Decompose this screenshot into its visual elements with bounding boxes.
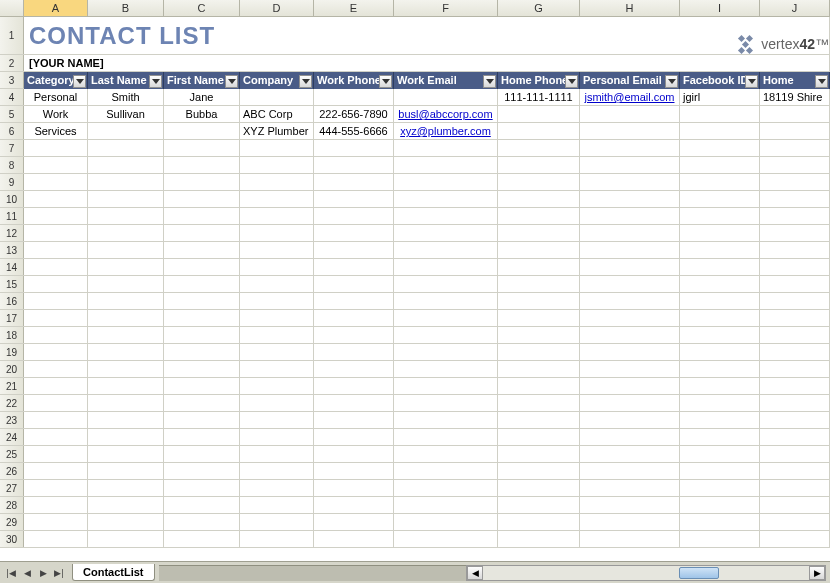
cell[interactable]: [88, 344, 164, 361]
cell[interactable]: [680, 293, 760, 310]
cell[interactable]: [240, 293, 314, 310]
cell[interactable]: [164, 276, 240, 293]
row-header-21[interactable]: 21: [0, 378, 24, 394]
cell[interactable]: [498, 429, 580, 446]
cell[interactable]: [680, 191, 760, 208]
cell[interactable]: [240, 327, 314, 344]
cell[interactable]: [314, 327, 394, 344]
cell[interactable]: [680, 259, 760, 276]
cell[interactable]: 222-656-7890: [314, 106, 394, 123]
row-header-7[interactable]: 7: [0, 140, 24, 156]
cell[interactable]: [498, 378, 580, 395]
cell[interactable]: [240, 361, 314, 378]
cell[interactable]: [580, 344, 680, 361]
cell[interactable]: [88, 361, 164, 378]
cell[interactable]: [498, 106, 580, 123]
cell[interactable]: Smith: [88, 89, 164, 106]
cell[interactable]: [580, 327, 680, 344]
cell[interactable]: [88, 140, 164, 157]
horizontal-scrollbar[interactable]: ◀ ▶: [466, 565, 826, 581]
cell[interactable]: [394, 174, 498, 191]
cell[interactable]: [580, 293, 680, 310]
column-header-H[interactable]: H: [580, 0, 680, 16]
cell[interactable]: [314, 259, 394, 276]
cell[interactable]: [498, 123, 580, 140]
cell[interactable]: [240, 344, 314, 361]
cell[interactable]: [760, 293, 830, 310]
header-work-phone[interactable]: Work Phone: [314, 72, 394, 89]
cell[interactable]: [24, 157, 88, 174]
cell[interactable]: [760, 327, 830, 344]
cell[interactable]: [164, 327, 240, 344]
cell[interactable]: [580, 174, 680, 191]
cell[interactable]: [24, 429, 88, 446]
tab-nav-last[interactable]: ▶|: [51, 565, 67, 581]
cell[interactable]: [240, 208, 314, 225]
header-personal-email[interactable]: Personal Email: [580, 72, 680, 89]
header-home-phone[interactable]: Home Phone: [498, 72, 580, 89]
cell[interactable]: [314, 208, 394, 225]
email-link[interactable]: jsmith@email.com: [584, 91, 674, 103]
header-first-name[interactable]: First Name: [164, 72, 240, 89]
cell[interactable]: [24, 174, 88, 191]
cell[interactable]: [760, 191, 830, 208]
scroll-left-button[interactable]: ◀: [467, 566, 483, 580]
cell[interactable]: [498, 174, 580, 191]
cell[interactable]: [394, 412, 498, 429]
cell[interactable]: [88, 174, 164, 191]
cell[interactable]: [498, 293, 580, 310]
cell[interactable]: [680, 497, 760, 514]
cell[interactable]: [164, 446, 240, 463]
cell[interactable]: [680, 480, 760, 497]
cell[interactable]: [164, 191, 240, 208]
cell[interactable]: [394, 327, 498, 344]
cell[interactable]: [394, 446, 498, 463]
scroll-track[interactable]: [483, 566, 809, 580]
cell[interactable]: [88, 446, 164, 463]
cell[interactable]: [88, 276, 164, 293]
cell[interactable]: [88, 293, 164, 310]
cell[interactable]: [760, 276, 830, 293]
cell[interactable]: [680, 412, 760, 429]
row-header-5[interactable]: 5: [0, 106, 24, 122]
row-header-4[interactable]: 4: [0, 89, 24, 105]
cell[interactable]: [580, 140, 680, 157]
row-header-9[interactable]: 9: [0, 174, 24, 190]
cell[interactable]: [394, 514, 498, 531]
cell[interactable]: [88, 412, 164, 429]
cell[interactable]: [314, 157, 394, 174]
cell[interactable]: [680, 514, 760, 531]
cell[interactable]: [164, 259, 240, 276]
cell[interactable]: [394, 242, 498, 259]
cell[interactable]: [88, 208, 164, 225]
cell[interactable]: [394, 395, 498, 412]
cell[interactable]: [240, 259, 314, 276]
tab-nav-next[interactable]: ▶: [35, 565, 51, 581]
cell[interactable]: [314, 480, 394, 497]
row-header-19[interactable]: 19: [0, 344, 24, 360]
cell[interactable]: [88, 259, 164, 276]
cell[interactable]: [394, 89, 498, 106]
cell[interactable]: [314, 293, 394, 310]
cell[interactable]: [394, 293, 498, 310]
cell[interactable]: [240, 480, 314, 497]
cell[interactable]: [760, 497, 830, 514]
cell[interactable]: [240, 378, 314, 395]
cell[interactable]: [314, 463, 394, 480]
column-header-E[interactable]: E: [314, 0, 394, 16]
filter-button[interactable]: [815, 75, 828, 88]
cell[interactable]: [164, 412, 240, 429]
cell[interactable]: Bubba: [164, 106, 240, 123]
cell[interactable]: [760, 310, 830, 327]
cell[interactable]: [580, 395, 680, 412]
cell[interactable]: [314, 395, 394, 412]
cell[interactable]: [580, 480, 680, 497]
cell[interactable]: [394, 310, 498, 327]
cell[interactable]: [580, 497, 680, 514]
cell[interactable]: XYZ Plumber: [240, 123, 314, 140]
cell[interactable]: [314, 140, 394, 157]
cell[interactable]: [580, 225, 680, 242]
cell[interactable]: [580, 378, 680, 395]
row-header-12[interactable]: 12: [0, 225, 24, 241]
cell[interactable]: [580, 310, 680, 327]
